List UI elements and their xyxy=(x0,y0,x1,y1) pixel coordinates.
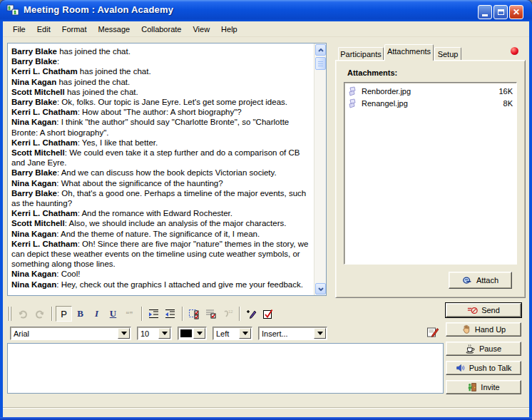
superscript-icon: 12 xyxy=(219,306,235,322)
maximize-button[interactable] xyxy=(493,5,508,19)
compose-note-icon[interactable] xyxy=(426,326,439,339)
menu-bar: File Edit Format Message Collaborate Vie… xyxy=(3,21,529,37)
push-to-talk-button-label: Push to Talk xyxy=(469,364,512,372)
send-button[interactable]: Send xyxy=(446,303,521,317)
svg-text:12: 12 xyxy=(228,309,233,314)
file-icon xyxy=(348,98,359,108)
alignment-value: Left xyxy=(213,327,238,339)
window-frame-right xyxy=(529,21,532,420)
chat-scrollbar[interactable] xyxy=(314,43,326,295)
file-size: 16K xyxy=(498,87,513,96)
list-check-icon[interactable] xyxy=(203,306,219,322)
invite-person-door-icon xyxy=(467,382,477,392)
font-color-select[interactable] xyxy=(178,327,207,340)
underline-button[interactable]: U xyxy=(105,306,121,322)
chat-message: Kerri L. Chatham: And the romance with E… xyxy=(11,208,312,218)
file-icon xyxy=(348,86,359,96)
window-title: Meeting Room : Avalon Academy xyxy=(24,4,173,15)
toolbar-separator xyxy=(239,307,240,321)
message-input[interactable] xyxy=(7,343,444,394)
chat-message: Kerri L. Chatham: Oh! Since there are fi… xyxy=(11,239,312,270)
scrollbar-thumb[interactable] xyxy=(315,57,326,70)
tab-setup[interactable]: Setup xyxy=(434,47,461,60)
meeting-room-window: Meeting Room : Avalon Academy ✕ File Edi… xyxy=(0,0,532,420)
toolbar-separator xyxy=(182,307,183,321)
bold-button[interactable]: B xyxy=(72,306,88,322)
color-swatch xyxy=(180,329,192,337)
chevron-down-icon[interactable] xyxy=(239,328,251,339)
paragraph-style-button[interactable]: P xyxy=(56,306,72,322)
chat-message: Kerri L. Chatham: How about "The author:… xyxy=(11,107,312,117)
chat-message: Barry Blake has joined the chat. xyxy=(11,46,312,56)
minimize-button[interactable] xyxy=(478,5,492,19)
font-size-value: 10 xyxy=(138,327,158,339)
file-name: Renangel.jpg xyxy=(362,99,503,108)
spellcheck-icon[interactable] xyxy=(260,306,276,322)
chevron-down-icon[interactable] xyxy=(193,328,205,339)
add-annotation-icon[interactable] xyxy=(243,306,260,322)
chat-message: Nina Kagan: What about the significance … xyxy=(11,178,312,188)
tab-participants[interactable]: Participants xyxy=(338,47,384,60)
attachment-item[interactable]: Renangel.jpg 8K xyxy=(346,97,515,109)
send-button-label: Send xyxy=(481,306,500,314)
font-size-select[interactable]: 10 xyxy=(137,327,172,340)
app-icon[interactable] xyxy=(6,4,19,17)
italic-button[interactable]: I xyxy=(88,306,105,322)
toolbar-gripper[interactable] xyxy=(7,307,12,321)
chevron-down-icon[interactable] xyxy=(158,328,170,339)
attach-icon xyxy=(462,275,473,286)
alignment-select[interactable]: Left xyxy=(213,327,252,340)
invite-button-label: Invite xyxy=(481,383,499,391)
chat-message: Nina Kagan: Hey, check out the graphics … xyxy=(11,280,312,290)
chat-message: Nina Kagan: And the theme of nature. The… xyxy=(11,229,312,239)
insert-select[interactable]: Insert... xyxy=(258,327,327,340)
menu-item[interactable]: File xyxy=(7,23,31,36)
redo-icon xyxy=(31,306,48,322)
hand-up-button[interactable]: Hand Up xyxy=(446,322,521,337)
chat-message: Kerri L. Chatham has joined the chat. xyxy=(11,66,312,76)
menu-item[interactable]: Collaborate xyxy=(135,23,187,36)
chat-message: Barry Blake: Ok, folks. Our topic is Jan… xyxy=(11,97,312,107)
chat-history-pane: Barry Blake has joined the chat. Barry B… xyxy=(7,43,327,296)
chat-message: Nina Kagan: Cool! xyxy=(11,269,312,279)
indent-icon[interactable] xyxy=(145,306,162,322)
undo-icon xyxy=(15,306,31,322)
hand-up-button-label: Hand Up xyxy=(475,325,506,334)
menu-item[interactable]: Message xyxy=(93,23,136,36)
chat-message: Scott Mitchell has joined the chat. xyxy=(11,87,312,97)
select-check-icon[interactable] xyxy=(186,306,203,322)
file-name: Renborder.jpg xyxy=(362,87,498,96)
chat-message: Nina Kagan: I think "the author" should … xyxy=(11,117,312,137)
chevron-down-icon[interactable] xyxy=(118,328,130,339)
pause-button[interactable]: Pause xyxy=(446,342,521,356)
outdent-icon[interactable] xyxy=(162,306,178,322)
toolbar-separator xyxy=(141,307,142,321)
pause-button-label: Pause xyxy=(479,344,501,353)
attach-button[interactable]: Attach xyxy=(449,272,512,289)
chat-message: Barry Blake: And we can discuss how the … xyxy=(11,168,312,178)
hand-icon xyxy=(461,324,471,334)
chat-message: Barry Blake: xyxy=(11,56,312,66)
attachments-label: Attachments: xyxy=(347,68,397,77)
status-bar xyxy=(3,407,529,409)
speaker-icon xyxy=(456,363,466,373)
formatting-toolbar: P B I U ❝❞ 12 xyxy=(7,304,444,323)
quote-icon: ❝❞ xyxy=(121,306,138,322)
attachment-item[interactable]: Renborder.jpg 16K xyxy=(346,85,515,97)
send-icon xyxy=(467,305,478,316)
chat-message: Nina Kagan has joined the chat. xyxy=(11,77,312,87)
menu-item[interactable]: Format xyxy=(56,23,93,36)
scroll-down-icon[interactable] xyxy=(315,283,326,294)
font-family-select[interactable]: Arial xyxy=(10,327,131,340)
tab-attachments[interactable]: Attachments xyxy=(384,44,434,61)
chat-message: Scott Mitchell: Also, we should include … xyxy=(11,218,312,228)
font-family-value: Arial xyxy=(11,327,117,339)
menu-item[interactable]: Edit xyxy=(31,23,56,36)
menu-item[interactable]: Help xyxy=(215,23,243,36)
scroll-up-icon[interactable] xyxy=(315,44,326,56)
invite-button[interactable]: Invite xyxy=(446,380,521,394)
menu-item[interactable]: View xyxy=(187,23,215,36)
push-to-talk-button[interactable]: Push to Talk xyxy=(446,361,521,375)
close-button[interactable]: ✕ xyxy=(509,5,523,19)
chevron-down-icon[interactable] xyxy=(314,328,326,339)
